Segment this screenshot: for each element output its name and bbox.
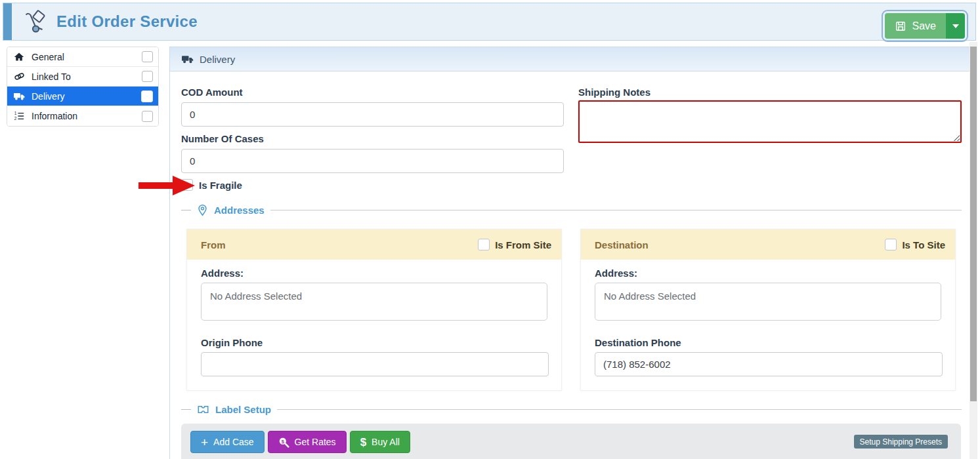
destination-address-label: Address: bbox=[595, 268, 941, 279]
panel-title: Delivery bbox=[200, 54, 235, 65]
origin-phone-label: Origin Phone bbox=[201, 337, 547, 348]
destination-address-card: Destination Is To Site Address: No Addre… bbox=[580, 229, 956, 391]
from-card-header: From Is From Site bbox=[187, 230, 561, 260]
divider-line bbox=[270, 210, 962, 210]
svg-text:1: 1 bbox=[14, 111, 17, 115]
setup-shipping-presets-button[interactable]: Setup Shipping Presets bbox=[854, 435, 948, 449]
delivery-panel: Delivery COD Amount Number Of Cases Is F… bbox=[169, 47, 977, 459]
sidebar-checkbox-linked-to[interactable] bbox=[142, 71, 153, 82]
chevron-down-icon bbox=[952, 24, 959, 28]
destination-address-selector[interactable]: No Address Selected bbox=[595, 283, 941, 321]
destination-phone-input[interactable] bbox=[595, 352, 943, 376]
floppy-save-icon bbox=[895, 20, 906, 32]
save-split-button: Save bbox=[885, 13, 965, 39]
shipping-notes-label: Shipping Notes bbox=[578, 87, 650, 98]
origin-phone-input[interactable] bbox=[201, 352, 549, 376]
sidebar-item-general[interactable]: General bbox=[7, 47, 158, 67]
plus-icon: + bbox=[201, 436, 208, 449]
is-fragile-label: Is Fragile bbox=[199, 180, 242, 191]
divider-line bbox=[277, 409, 962, 410]
number-of-cases-label: Number Of Cases bbox=[181, 133, 264, 144]
svg-text:2: 2 bbox=[14, 116, 17, 121]
get-rates-button[interactable]: $ Get Rates bbox=[268, 431, 347, 453]
sidebar-checkbox-delivery[interactable] bbox=[141, 90, 153, 102]
cod-amount-input[interactable] bbox=[181, 102, 564, 127]
is-from-site-checkbox[interactable] bbox=[478, 239, 490, 250]
delivery-panel-header: Delivery bbox=[170, 47, 977, 71]
sidebar-item-label: Linked To bbox=[32, 71, 142, 82]
search-dollar-icon: $ bbox=[278, 437, 289, 448]
from-card-title: From bbox=[201, 239, 226, 250]
sidebar-item-label: Delivery bbox=[32, 91, 141, 102]
from-address-selector[interactable]: No Address Selected bbox=[201, 283, 547, 321]
get-rates-button-label: Get Rates bbox=[295, 437, 336, 447]
vertical-scrollbar-thumb[interactable] bbox=[970, 47, 977, 401]
addresses-section-title: Addresses bbox=[214, 205, 265, 216]
red-arrow-annotation bbox=[138, 176, 195, 198]
save-button-label: Save bbox=[912, 20, 936, 32]
section-nav-sidebar: General Linked To Deli bbox=[7, 47, 159, 127]
destination-card-header: Destination Is To Site bbox=[581, 230, 955, 260]
truck-icon bbox=[182, 54, 194, 64]
truck-icon bbox=[14, 92, 28, 101]
from-address-card: From Is From Site Address: No Address Se… bbox=[186, 229, 562, 391]
buy-all-button[interactable]: $ Buy All bbox=[350, 431, 410, 453]
link-icon bbox=[14, 71, 28, 81]
buy-all-button-label: Buy All bbox=[372, 437, 400, 447]
is-from-site-label: Is From Site bbox=[495, 239, 551, 250]
sidebar-item-label: General bbox=[32, 52, 142, 62]
shipping-notes-textarea[interactable] bbox=[578, 100, 962, 143]
label-setup-toolbar: + Add Case $ Get Rates $ Buy All bbox=[181, 424, 961, 459]
label-setup-section-divider: Label Setup bbox=[181, 402, 962, 416]
from-address-label: Address: bbox=[201, 268, 547, 279]
page-title: Edit Order Service bbox=[56, 12, 198, 31]
edit-order-service-page: Edit Order Service Save bbox=[0, 0, 980, 459]
save-dropdown-button[interactable] bbox=[946, 13, 965, 39]
map-pin-icon bbox=[197, 204, 208, 216]
sidebar-item-information[interactable]: 1 2 Information bbox=[7, 106, 158, 126]
page-header: Edit Order Service Save bbox=[3, 3, 976, 41]
divider-line bbox=[181, 409, 191, 410]
cod-amount-label: COD Amount bbox=[181, 87, 243, 98]
is-to-site-checkbox[interactable] bbox=[885, 239, 897, 250]
destination-phone-label: Destination Phone bbox=[595, 337, 941, 348]
add-case-button-label: Add Case bbox=[213, 437, 253, 447]
sidebar-item-delivery[interactable]: Delivery bbox=[7, 87, 158, 106]
ordered-list-icon: 1 2 bbox=[14, 111, 28, 121]
destination-card-title: Destination bbox=[595, 239, 649, 250]
label-setup-section-title: Label Setup bbox=[215, 404, 271, 415]
sidebar-item-linked-to[interactable]: Linked To bbox=[7, 67, 158, 87]
add-case-button[interactable]: + Add Case bbox=[190, 431, 265, 453]
svg-text:$: $ bbox=[281, 438, 284, 444]
addresses-section-divider: Addresses bbox=[181, 203, 962, 217]
number-of-cases-input[interactable] bbox=[181, 149, 564, 173]
save-button[interactable]: Save bbox=[885, 13, 946, 39]
divider-line bbox=[181, 210, 191, 210]
sidebar-item-label: Information bbox=[32, 111, 142, 121]
dollar-icon: $ bbox=[360, 437, 366, 448]
sidebar-checkbox-general[interactable] bbox=[142, 51, 153, 62]
sidebar-checkbox-information[interactable] bbox=[142, 111, 153, 122]
hand-truck-icon bbox=[23, 9, 48, 34]
ticket-icon bbox=[197, 404, 209, 415]
home-icon bbox=[14, 52, 28, 62]
header-accent-bar bbox=[3, 3, 12, 40]
is-to-site-label: Is To Site bbox=[902, 239, 945, 250]
